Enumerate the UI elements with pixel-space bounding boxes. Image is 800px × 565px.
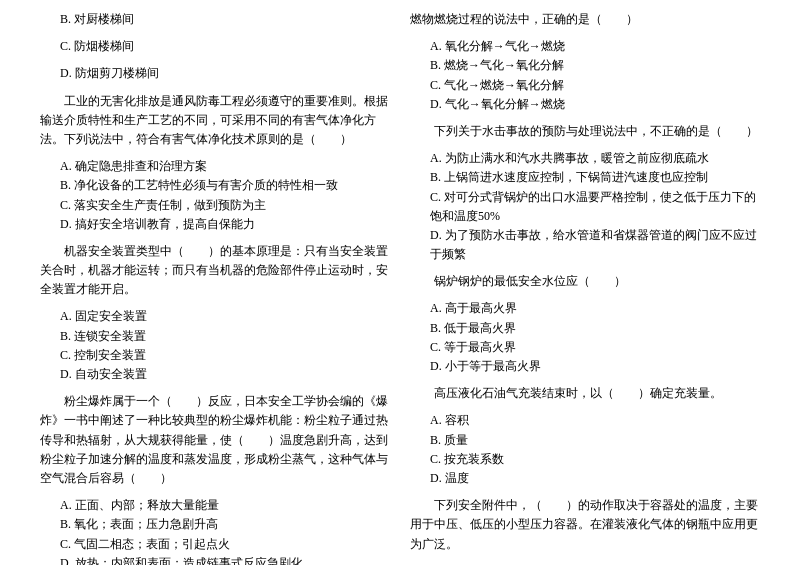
option-9c: C. 落实安全生产责任制，做到预防为主 <box>40 196 390 215</box>
page-content: B. 对厨楼梯间 C. 防烟楼梯间 D. 防烟剪刀楼梯间 工业的无害化排放是通风… <box>40 10 760 565</box>
option-10b: B. 连锁安全装置 <box>40 327 390 346</box>
option-text: D. 防烟剪刀楼梯间 <box>40 64 390 83</box>
option-14a: A. 高于最高火界 <box>410 299 760 318</box>
option-text: B. 对厨楼梯间 <box>40 10 390 29</box>
option-15d: D. 温度 <box>410 469 760 488</box>
question-11-text: 粉尘爆炸属于一个（ ）反应，日本安全工学协会编的《爆炸》一书中阐述了一种比较典型… <box>40 392 390 488</box>
option-13d: D. 为了预防水击事故，给水管道和省煤器管道的阀门应不应过于频繁 <box>410 226 760 264</box>
option-9b: B. 净化设备的工艺特性必须与有害介质的特性相一致 <box>40 176 390 195</box>
question-16-text: 下列安全附件中，（ ）的动作取决于容器处的温度，主要用于中压、低压的小型压力容器… <box>410 496 760 554</box>
left-column: B. 对厨楼梯间 C. 防烟楼梯间 D. 防烟剪刀楼梯间 工业的无害化排放是通风… <box>40 10 390 565</box>
question-14-options: A. 高于最高火界 B. 低于最高火界 C. 等于最高火界 D. 小于等于最高火… <box>410 299 760 376</box>
question-11: 粉尘爆炸属于一个（ ）反应，日本安全工学协会编的《爆炸》一书中阐述了一种比较典型… <box>40 392 390 488</box>
option-text: C. 防烟楼梯间 <box>40 37 390 56</box>
question-9-options: A. 确定隐患排查和治理方案 B. 净化设备的工艺特性必须与有害介质的特性相一致… <box>40 157 390 234</box>
question-14: 锅炉钢炉的最低安全水位应（ ） <box>410 272 760 291</box>
option-d-stairs: D. 防烟剪刀楼梯间 <box>40 64 390 83</box>
option-15b: B. 质量 <box>410 431 760 450</box>
option-14b: B. 低于最高火界 <box>410 319 760 338</box>
option-13c: C. 对可分式背锅炉的出口水温要严格控制，使之低于压力下的饱和温度50% <box>410 188 760 226</box>
option-14c: C. 等于最高火界 <box>410 338 760 357</box>
question-12-options: A. 氧化分解→气化→燃烧 B. 燃烧→气化→氧化分解 C. 气化→燃烧→氧化分… <box>410 37 760 114</box>
question-10-text: 机器安全装置类型中（ ）的基本原理是：只有当安全装置关合时，机器才能运转；而只有… <box>40 242 390 300</box>
option-15a: A. 容积 <box>410 411 760 430</box>
question-12-intro-text: 燃物燃烧过程的说法中，正确的是（ ） <box>410 10 760 29</box>
option-b-stairs: B. 对厨楼梯间 <box>40 10 390 29</box>
question-14-text: 锅炉钢炉的最低安全水位应（ ） <box>410 272 760 291</box>
question-15: 高压液化石油气充装结束时，以（ ）确定充装量。 <box>410 384 760 403</box>
option-13b: B. 上锅筒进水速度应控制，下锅筒进汽速度也应控制 <box>410 168 760 187</box>
question-13-text: 下列关于水击事故的预防与处理说法中，不正确的是（ ） <box>410 122 760 141</box>
question-9-text: 工业的无害化排放是通风防毒工程必须遵守的重要准则。根据输送介质特性和生产工艺的不… <box>40 92 390 150</box>
question-10: 机器安全装置类型中（ ）的基本原理是：只有当安全装置关合时，机器才能运转；而只有… <box>40 242 390 300</box>
option-10c: C. 控制安全装置 <box>40 346 390 365</box>
option-9d: D. 搞好安全培训教育，提高自保能力 <box>40 215 390 234</box>
option-12b: B. 燃烧→气化→氧化分解 <box>410 56 760 75</box>
question-11-options: A. 正面、内部；释放大量能量 B. 氧化；表面；压力急剧升高 C. 气固二相态… <box>40 496 390 565</box>
option-11b: B. 氧化；表面；压力急剧升高 <box>40 515 390 534</box>
option-11c: C. 气固二相态；表面；引起点火 <box>40 535 390 554</box>
question-15-options: A. 容积 B. 质量 C. 按充装系数 D. 温度 <box>410 411 760 488</box>
right-column: 燃物燃烧过程的说法中，正确的是（ ） A. 氧化分解→气化→燃烧 B. 燃烧→气… <box>410 10 760 565</box>
question-10-options: A. 固定安全装置 B. 连锁安全装置 C. 控制安全装置 D. 自动安全装置 <box>40 307 390 384</box>
option-12d: D. 气化→氧化分解→燃烧 <box>410 95 760 114</box>
question-12-intro: 燃物燃烧过程的说法中，正确的是（ ） <box>410 10 760 29</box>
question-15-text: 高压液化石油气充装结束时，以（ ）确定充装量。 <box>410 384 760 403</box>
question-9: 工业的无害化排放是通风防毒工程必须遵守的重要准则。根据输送介质特性和生产工艺的不… <box>40 92 390 150</box>
option-14d: D. 小于等于最高火界 <box>410 357 760 376</box>
option-10d: D. 自动安全装置 <box>40 365 390 384</box>
option-15c: C. 按充装系数 <box>410 450 760 469</box>
option-10a: A. 固定安全装置 <box>40 307 390 326</box>
option-c-stairs: C. 防烟楼梯间 <box>40 37 390 56</box>
question-16: 下列安全附件中，（ ）的动作取决于容器处的温度，主要用于中压、低压的小型压力容器… <box>410 496 760 554</box>
option-9a: A. 确定隐患排查和治理方案 <box>40 157 390 176</box>
option-13a: A. 为防止满水和汽水共腾事故，暖管之前应彻底疏水 <box>410 149 760 168</box>
option-12a: A. 氧化分解→气化→燃烧 <box>410 37 760 56</box>
option-11d: D. 放热；内部和表面；造成链事式反应急剧化 <box>40 554 390 565</box>
question-13: 下列关于水击事故的预防与处理说法中，不正确的是（ ） <box>410 122 760 141</box>
option-12c: C. 气化→燃烧→氧化分解 <box>410 76 760 95</box>
option-11a: A. 正面、内部；释放大量能量 <box>40 496 390 515</box>
question-13-options: A. 为防止满水和汽水共腾事故，暖管之前应彻底疏水 B. 上锅筒进水速度应控制，… <box>410 149 760 264</box>
